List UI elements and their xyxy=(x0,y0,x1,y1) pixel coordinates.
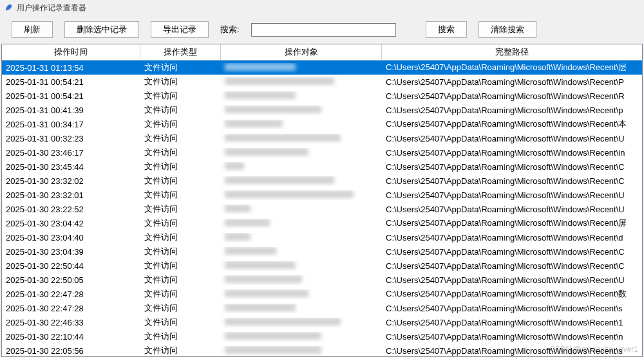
cell-time: 2025-01-30 22:05:56 xyxy=(2,346,140,356)
table-row[interactable]: 2025-01-30 22:50:05文件访问C:\Users\25407\Ap… xyxy=(2,273,642,287)
cell-path: C:\Users\25407\AppData\Roaming\Microsoft… xyxy=(382,346,642,356)
table-row[interactable]: 2025-01-31 01:13:54文件访问C:\Users\25407\Ap… xyxy=(2,60,642,75)
cell-target xyxy=(221,77,382,87)
cell-time: 2025-01-30 23:32:01 xyxy=(2,190,140,200)
cell-target xyxy=(221,176,382,186)
table-row[interactable]: 2025-01-30 23:45:44文件访问C:\Users\25407\Ap… xyxy=(2,160,642,174)
cell-type: 文件访问 xyxy=(140,274,221,286)
col-header-time[interactable]: 操作时间 xyxy=(2,44,140,60)
cell-type: 文件访问 xyxy=(140,118,221,130)
cell-path: C:\Users\25407\AppData\Roaming\Microsoft… xyxy=(382,275,642,285)
cell-target xyxy=(221,91,382,101)
cell-type: 文件访问 xyxy=(140,232,221,243)
table-row[interactable]: 2025-01-30 23:46:17文件访问C:\Users\25407\Ap… xyxy=(2,145,642,160)
cell-path: C:\Users\25407\AppData\Roaming\Microsoft… xyxy=(382,318,642,327)
table-row[interactable]: 2025-01-30 23:32:01文件访问C:\Users\25407\Ap… xyxy=(2,188,642,202)
cell-time: 2025-01-30 23:45:44 xyxy=(2,162,140,172)
cell-type: 文件访问 xyxy=(140,133,221,144)
cell-target xyxy=(221,289,382,299)
cell-path: C:\Users\25407\AppData\Roaming\Microsoft… xyxy=(382,134,642,143)
table-row[interactable]: 2025-01-30 22:10:44文件访问C:\Users\25407\Ap… xyxy=(2,329,642,343)
cell-time: 2025-01-31 00:32:23 xyxy=(2,134,140,143)
table-header: 操作时间 操作类型 操作对象 完整路径 xyxy=(2,44,642,60)
cell-path: C:\Users\25407\AppData\Roaming\Microsoft… xyxy=(382,77,642,87)
col-header-target[interactable]: 操作对象 xyxy=(221,44,382,60)
delete-selected-button[interactable]: 删除选中记录 xyxy=(64,21,139,38)
cell-time: 2025-01-30 22:47:28 xyxy=(2,304,140,313)
cell-time: 2025-01-30 23:04:39 xyxy=(2,247,140,257)
col-header-path[interactable]: 完整路径 xyxy=(382,44,642,60)
search-label: 搜索: xyxy=(220,24,240,35)
cell-target xyxy=(221,63,382,73)
table-row[interactable]: 2025-01-30 22:46:33文件访问C:\Users\25407\Ap… xyxy=(2,315,642,329)
refresh-button[interactable]: 刷新 xyxy=(12,21,53,38)
cell-target xyxy=(221,261,382,271)
cell-type: 文件访问 xyxy=(140,175,221,187)
cell-type: 文件访问 xyxy=(140,62,221,73)
table-body: 2025-01-31 01:13:54文件访问C:\Users\25407\Ap… xyxy=(2,60,642,357)
cell-type: 文件访问 xyxy=(140,161,221,172)
table-row[interactable]: 2025-01-30 23:04:39文件访问C:\Users\25407\Ap… xyxy=(2,244,642,259)
cell-target xyxy=(221,332,382,342)
table-row[interactable]: 2025-01-31 00:32:23文件访问C:\Users\25407\Ap… xyxy=(2,131,642,145)
cell-path: C:\Users\25407\AppData\Roaming\Microsoft… xyxy=(382,332,642,342)
cell-path: C:\Users\25407\AppData\Roaming\Microsoft… xyxy=(382,91,642,101)
cell-target xyxy=(221,148,382,158)
cell-target xyxy=(221,134,382,143)
cell-path: C:\Users\25407\AppData\Roaming\Microsoft… xyxy=(382,247,642,257)
cell-type: 文件访问 xyxy=(140,104,221,116)
cell-time: 2025-01-30 22:50:44 xyxy=(2,261,140,271)
app-window: 用户操作记录查看器 刷新 删除选中记录 导出记录 搜索: 搜索 清除搜索 操作时… xyxy=(0,0,644,357)
search-input[interactable] xyxy=(251,23,396,37)
table-row[interactable]: 2025-01-30 23:04:42文件访问C:\Users\25407\Ap… xyxy=(2,216,642,230)
cell-target xyxy=(221,247,382,257)
cell-type: 文件访问 xyxy=(140,246,221,257)
cell-target xyxy=(221,219,382,228)
cell-time: 2025-01-31 00:54:21 xyxy=(2,77,140,87)
cell-time: 2025-01-30 23:46:17 xyxy=(2,148,140,158)
export-button[interactable]: 导出记录 xyxy=(151,21,209,38)
cell-target xyxy=(221,275,382,285)
cell-time: 2025-01-30 22:10:44 xyxy=(2,332,140,342)
clear-search-button[interactable]: 清除搜索 xyxy=(478,21,536,38)
cell-target xyxy=(221,105,382,115)
cell-type: 文件访问 xyxy=(140,217,221,229)
toolbar: 刷新 删除选中记录 导出记录 搜索: 搜索 清除搜索 xyxy=(0,15,644,44)
titlebar: 用户操作记录查看器 xyxy=(0,0,644,15)
cell-path: C:\Users\25407\AppData\Roaming\Microsoft… xyxy=(382,190,642,200)
table-row[interactable]: 2025-01-31 00:41:39文件访问C:\Users\25407\Ap… xyxy=(2,103,642,117)
cell-path: C:\Users\25407\AppData\Roaming\Microsoft… xyxy=(382,62,642,73)
col-header-type[interactable]: 操作类型 xyxy=(140,44,221,60)
table-row[interactable]: 2025-01-31 00:54:21文件访问C:\Users\25407\Ap… xyxy=(2,89,642,103)
table-row[interactable]: 2025-01-30 22:50:44文件访问C:\Users\25407\Ap… xyxy=(2,259,642,273)
cell-time: 2025-01-30 23:32:02 xyxy=(2,176,140,186)
cell-target xyxy=(221,346,382,356)
cell-target xyxy=(221,120,382,129)
cell-type: 文件访问 xyxy=(140,147,221,158)
cell-time: 2025-01-30 22:50:05 xyxy=(2,275,140,285)
cell-type: 文件访问 xyxy=(140,203,221,215)
app-feather-icon xyxy=(4,3,13,12)
window-title: 用户操作记录查看器 xyxy=(17,3,86,14)
search-button[interactable]: 搜索 xyxy=(426,21,467,38)
cell-time: 2025-01-31 00:54:21 xyxy=(2,91,140,101)
cell-path: C:\Users\25407\AppData\Roaming\Microsoft… xyxy=(382,105,642,115)
table-row[interactable]: 2025-01-30 23:32:02文件访问C:\Users\25407\Ap… xyxy=(2,174,642,188)
cell-time: 2025-01-31 00:41:39 xyxy=(2,105,140,115)
table-row[interactable]: 2025-01-30 23:22:52文件访问C:\Users\25407\Ap… xyxy=(2,202,642,216)
table-row[interactable]: 2025-01-30 22:05:56文件访问C:\Users\25407\Ap… xyxy=(2,343,642,357)
cell-type: 文件访问 xyxy=(140,76,221,87)
table-row[interactable]: 2025-01-31 00:34:17文件访问C:\Users\25407\Ap… xyxy=(2,117,642,131)
cell-type: 文件访问 xyxy=(140,288,221,300)
table-row[interactable]: 2025-01-30 22:47:28文件访问C:\Users\25407\Ap… xyxy=(2,301,642,315)
cell-path: C:\Users\25407\AppData\Roaming\Microsoft… xyxy=(382,217,642,229)
cell-target xyxy=(221,205,382,214)
cell-target xyxy=(221,190,382,200)
table-row[interactable]: 2025-01-31 00:54:21文件访问C:\Users\25407\Ap… xyxy=(2,75,642,89)
cell-type: 文件访问 xyxy=(140,331,221,342)
cell-time: 2025-01-30 23:04:42 xyxy=(2,219,140,228)
cell-path: C:\Users\25407\AppData\Roaming\Microsoft… xyxy=(382,288,642,300)
cell-type: 文件访问 xyxy=(140,302,221,314)
table-row[interactable]: 2025-01-30 22:47:28文件访问C:\Users\25407\Ap… xyxy=(2,287,642,301)
table-row[interactable]: 2025-01-30 23:04:40文件访问C:\Users\25407\Ap… xyxy=(2,230,642,244)
